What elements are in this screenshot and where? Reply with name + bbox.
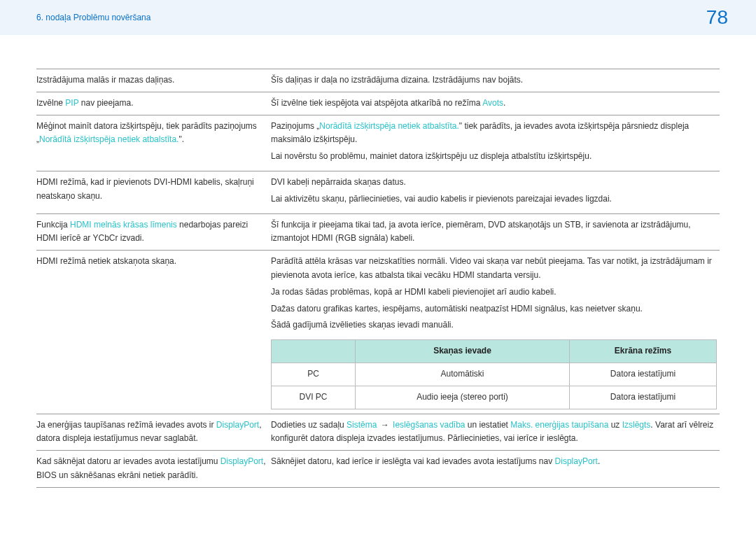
inner-mode: Datora iestatījumi (570, 386, 717, 409)
inner-mode: Datora iestatījumi (570, 363, 717, 386)
text-span: Šīs daļiņas ir daļa no izstrādājuma diza… (271, 75, 523, 85)
solution-paragraph: Parādītā attēla krāsas var neizskatīties… (271, 255, 717, 283)
text-span: . (503, 98, 505, 108)
text-span: PIP (65, 98, 78, 108)
table-row: Kad sāknējat datoru ar ievades avota ies… (36, 451, 720, 488)
inner-label: DVI PC (272, 386, 356, 409)
text-span: DisplayPort (216, 420, 259, 430)
text-span: Ja enerģijas taupīšanas režīmā ievades a… (36, 420, 216, 430)
issue-cell: HDMI režīmā, kad ir pievienots DVI-HDMI … (36, 171, 271, 213)
solution-paragraph: Lai aktivizētu skaņu, pārliecinieties, v… (271, 192, 717, 206)
solution-cell: Šī funkcija ir pieejama tikai tad, ja av… (271, 213, 720, 251)
issue-cell: Izstrādājuma malās ir mazas daļiņas. (36, 69, 271, 92)
solution-cell: Šī izvēlne tiek iespējota vai atspējota … (271, 92, 720, 115)
inner-sound: Automātiski (356, 363, 570, 386)
text-span: un iestatiet (465, 420, 511, 430)
text-span: Dažas datoru grafikas kartes, iespējams,… (271, 304, 643, 314)
text-span: HDMI režīmā, kad ir pievienots DVI-HDMI … (36, 177, 254, 201)
inner-row: PCAutomātiskiDatora iestatījumi (272, 363, 717, 386)
text-span: Lai aktivizētu skaņu, pārliecinieties, v… (271, 194, 612, 204)
table-row: Ja enerģijas taupīšanas režīmā ievades a… (36, 414, 720, 451)
solution-paragraph: Paziņojums „Norādītā izšķirtspēja netiek… (271, 120, 717, 148)
text-span: nav pieejama. (78, 98, 133, 108)
text-span: Kad sāknējat datoru ar ievades avota ies… (36, 456, 220, 466)
troubleshooting-table: Izstrādājuma malās ir mazas daļiņas.Šīs … (36, 69, 720, 488)
text-span: Lai novērstu šo problēmu, mainiet datora… (271, 151, 592, 161)
solution-cell: Paziņojums „Norādītā izšķirtspēja netiek… (271, 115, 720, 171)
solution-cell: Sāknējiet datoru, kad ierīce ir ieslēgta… (271, 451, 720, 488)
issue-cell: Izvēlne PIP nav pieejama. (36, 92, 271, 115)
text-span: DisplayPort (555, 456, 598, 466)
text-span: Sistēma (346, 420, 377, 430)
solution-paragraph: DVI kabeļi nepārraida skaņas datus. (271, 176, 717, 190)
inner-sound: Audio ieeja (stereo porti) (356, 386, 570, 409)
text-span: Norādītā izšķirtspēja netiek atbalstīta. (319, 121, 458, 131)
text-span: Izvēlne (36, 98, 65, 108)
solution-paragraph: Lai novērstu šo problēmu, mainiet datora… (271, 150, 717, 164)
text-span: Norādītā izšķirtspēja netiek atbalstīta. (39, 134, 178, 144)
solution-cell: Parādītā attēla krāsas var neizskatīties… (271, 251, 720, 414)
solution-cell: Dodieties uz sadaļu Sistēma → Ieslēgšana… (271, 414, 720, 451)
inner-th-sound: Skaņas ievade (356, 340, 570, 363)
table-row: Izvēlne PIP nav pieejama.Šī izvēlne tiek… (36, 92, 720, 115)
inner-th-mode: Ekrāna režīms (570, 340, 717, 363)
table-row: Mēģinot mainīt datora izšķirtspēju, tiek… (36, 115, 720, 171)
page-content: Izstrādājuma malās ir mazas daļiņas.Šīs … (0, 35, 756, 488)
text-span: Funkcija (36, 220, 70, 230)
solution-paragraph: Ja rodas šādas problēmas, kopā ar HDMI k… (271, 286, 717, 300)
text-span: HDMI melnās krāsas līmenis (70, 220, 177, 230)
text-span: Sāknējiet datoru, kad ierīce ir ieslēgta… (271, 456, 555, 466)
page-header: 6. nodaļa Problēmu novēršana 78 (0, 0, 756, 35)
text-span: . (598, 456, 600, 466)
text-span: HDMI režīmā netiek atskaņota skaņa. (36, 256, 176, 266)
solution-cell: Šīs daļiņas ir daļa no izstrādājuma diza… (271, 69, 720, 92)
table-row: Funkcija HDMI melnās krāsas līmenis neda… (36, 213, 720, 251)
inner-row: DVI PCAudio ieeja (stereo porti)Datora i… (272, 386, 717, 409)
issue-cell: Funkcija HDMI melnās krāsas līmenis neda… (36, 213, 271, 251)
issue-cell: HDMI režīmā netiek atskaņota skaņa. (36, 251, 271, 414)
text-span: Izstrādājuma malās ir mazas daļiņas. (36, 75, 174, 85)
text-span: uz (608, 420, 622, 430)
solution-paragraph: Dažas datoru grafikas kartes, iespējams,… (271, 302, 717, 316)
table-row: HDMI režīmā netiek atskaņota skaņa.Parād… (36, 251, 720, 414)
sound-mode-table: Skaņas ievadeEkrāna režīmsPCAutomātiskiD… (271, 339, 717, 409)
table-row: HDMI režīmā, kad ir pievienots DVI-HDMI … (36, 171, 720, 213)
text-span: Izslēgts (622, 420, 651, 430)
solution-paragraph: Šādā gadījumā izvēlieties skaņas ievadi … (271, 318, 717, 332)
inner-th-blank (272, 340, 356, 363)
text-span: Ieslēgšanas vadība (393, 420, 465, 430)
text-span: Ja rodas šādas problēmas, kopā ar HDMI k… (271, 287, 556, 297)
text-span: → (377, 420, 393, 430)
text-span: Avots (482, 98, 503, 108)
text-span: Šī izvēlne tiek iespējota vai atspējota … (271, 98, 482, 108)
text-span: Maks. enerģijas taupīšana (510, 420, 608, 430)
text-span: DisplayPort (220, 456, 263, 466)
text-span: DVI kabeļi nepārraida skaņas datus. (271, 177, 406, 187)
text-span: Šī funkcija ir pieejama tikai tad, ja av… (271, 220, 691, 244)
text-span: Paziņojums „ (271, 121, 319, 131)
text-span: Parādītā attēla krāsas var neizskatīties… (271, 256, 712, 280)
text-span: ". (178, 134, 184, 144)
table-row: Izstrādājuma malās ir mazas daļiņas.Šīs … (36, 69, 720, 92)
issue-cell: Kad sāknējat datoru ar ievades avota ies… (36, 451, 271, 488)
issue-cell: Mēģinot mainīt datora izšķirtspēju, tiek… (36, 115, 271, 171)
text-span: Dodieties uz sadaļu (271, 420, 346, 430)
inner-label: PC (272, 363, 356, 386)
solution-cell: DVI kabeļi nepārraida skaņas datus.Lai a… (271, 171, 720, 213)
page-number: 78 (706, 6, 728, 29)
text-span: Šādā gadījumā izvēlieties skaņas ievadi … (271, 320, 454, 330)
chapter-title: 6. nodaļa Problēmu novēršana (36, 13, 150, 22)
issue-cell: Ja enerģijas taupīšanas režīmā ievades a… (36, 414, 271, 451)
